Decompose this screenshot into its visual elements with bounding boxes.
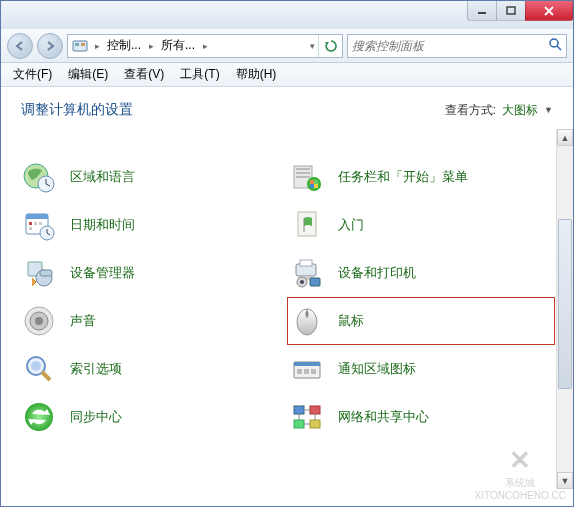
item-notification-area[interactable]: 通知区域图标 <box>287 345 555 393</box>
item-device-manager[interactable]: 设备管理器 <box>19 249 287 297</box>
svg-line-43 <box>42 372 50 380</box>
printer-camera-icon <box>290 256 324 290</box>
item-devices-printers[interactable]: 设备和打印机 <box>287 249 555 297</box>
close-button[interactable] <box>525 1 573 21</box>
svg-point-5 <box>550 39 558 47</box>
view-mode-selector[interactable]: 查看方式: 大图标 ▼ <box>445 102 553 119</box>
item-label: 任务栏和「开始」菜单 <box>338 168 468 186</box>
item-label: 网络和共享中心 <box>338 408 429 426</box>
svg-rect-0 <box>478 12 486 14</box>
svg-rect-20 <box>29 222 32 225</box>
history-dropdown[interactable]: ▾ <box>307 41 318 51</box>
svg-rect-10 <box>296 168 310 170</box>
device-manager-icon <box>22 256 56 290</box>
speaker-icon <box>22 304 56 338</box>
svg-point-34 <box>300 280 304 284</box>
item-label: 索引选项 <box>70 360 122 378</box>
address-bar[interactable]: ▸ 控制... ▸ 所有... ▸ ▾ <box>67 34 343 58</box>
item-label: 鼠标 <box>338 312 364 330</box>
svg-rect-15 <box>314 180 318 184</box>
item-getting-started[interactable]: 入门 <box>287 201 555 249</box>
search-input[interactable] <box>352 39 548 53</box>
taskbar-icon <box>290 160 324 194</box>
scroll-down-button[interactable]: ▼ <box>557 472 573 489</box>
calendar-clock-icon <box>22 208 56 242</box>
svg-point-41 <box>306 311 309 317</box>
svg-rect-3 <box>75 43 79 46</box>
svg-rect-12 <box>296 176 310 178</box>
content-header: 调整计算机的设置 查看方式: 大图标 ▼ <box>1 87 573 129</box>
chevron-down-icon: ▼ <box>544 105 553 115</box>
back-button[interactable] <box>7 33 33 59</box>
svg-point-50 <box>25 403 53 431</box>
magnifier-icon <box>22 352 56 386</box>
control-panel-window: ▸ 控制... ▸ 所有... ▸ ▾ 文件(F) 编辑(E) 查看(V) 工具… <box>0 0 574 507</box>
svg-rect-31 <box>300 260 312 266</box>
menubar: 文件(F) 编辑(E) 查看(V) 工具(T) 帮助(H) <box>1 63 573 87</box>
svg-rect-11 <box>296 172 310 174</box>
item-network-sharing[interactable]: 网络和共享中心 <box>287 393 555 441</box>
titlebar <box>1 1 573 29</box>
scrollbar[interactable]: ▲ ▼ <box>556 129 573 489</box>
svg-rect-51 <box>294 406 304 414</box>
item-mouse[interactable]: 鼠标 <box>287 297 555 345</box>
menu-file[interactable]: 文件(F) <box>5 64 60 85</box>
tray-icon <box>290 352 324 386</box>
page-title: 调整计算机的设置 <box>21 101 133 119</box>
chevron-right-icon: ▸ <box>92 41 103 51</box>
item-sound[interactable]: 声音 <box>19 297 287 345</box>
menu-tools[interactable]: 工具(T) <box>172 64 227 85</box>
viewby-mode: 大图标 <box>502 102 538 119</box>
menu-help[interactable]: 帮助(H) <box>228 64 285 85</box>
svg-rect-52 <box>310 406 320 414</box>
svg-rect-53 <box>294 420 304 428</box>
item-label: 声音 <box>70 312 96 330</box>
svg-rect-47 <box>297 369 302 374</box>
control-panel-icon <box>71 37 89 55</box>
minimize-button[interactable] <box>467 1 497 21</box>
chevron-right-icon: ▸ <box>200 41 211 51</box>
svg-rect-14 <box>310 180 314 184</box>
svg-rect-48 <box>304 369 309 374</box>
menu-edit[interactable]: 编辑(E) <box>60 64 116 85</box>
scroll-thumb[interactable] <box>558 219 572 389</box>
item-sync-center[interactable]: 同步中心 <box>19 393 287 441</box>
items-grid: 区域和语言 任务栏和「开始」菜单 日期和时间 入门 设备管理器 设备和打印机 <box>1 153 573 441</box>
mouse-icon <box>290 304 324 338</box>
partial-row <box>1 129 573 149</box>
forward-button[interactable] <box>37 33 63 59</box>
item-indexing[interactable]: 索引选项 <box>19 345 287 393</box>
sync-icon <box>22 400 56 434</box>
svg-point-38 <box>35 317 43 325</box>
scroll-up-button[interactable]: ▲ <box>557 129 573 146</box>
item-label: 设备和打印机 <box>338 264 416 282</box>
item-label: 日期和时间 <box>70 216 135 234</box>
svg-rect-35 <box>310 278 320 286</box>
item-region-language[interactable]: 区域和语言 <box>19 153 287 201</box>
item-label: 区域和语言 <box>70 168 135 186</box>
search-icon <box>548 37 562 54</box>
item-label: 入门 <box>338 216 364 234</box>
breadcrumb-seg-2[interactable]: 所有... <box>157 35 200 57</box>
item-label: 同步中心 <box>70 408 122 426</box>
search-box[interactable] <box>347 34 567 58</box>
svg-rect-4 <box>81 43 85 46</box>
globe-clock-icon <box>22 160 56 194</box>
item-label: 设备管理器 <box>70 264 135 282</box>
navbar: ▸ 控制... ▸ 所有... ▸ ▾ <box>1 29 573 63</box>
viewby-label: 查看方式: <box>445 102 496 119</box>
maximize-button[interactable] <box>496 1 526 21</box>
svg-rect-21 <box>34 222 37 225</box>
breadcrumb-seg-1[interactable]: 控制... <box>103 35 146 57</box>
svg-rect-19 <box>26 214 48 219</box>
content-area: 区域和语言 任务栏和「开始」菜单 日期和时间 入门 设备管理器 设备和打印机 <box>1 129 573 489</box>
chevron-right-icon: ▸ <box>146 41 157 51</box>
menu-view[interactable]: 查看(V) <box>116 64 172 85</box>
svg-line-6 <box>557 46 561 50</box>
item-date-time[interactable]: 日期和时间 <box>19 201 287 249</box>
refresh-button[interactable] <box>318 35 342 57</box>
svg-rect-17 <box>314 184 318 188</box>
svg-rect-16 <box>310 184 314 188</box>
svg-rect-54 <box>310 420 320 428</box>
item-taskbar-start[interactable]: 任务栏和「开始」菜单 <box>287 153 555 201</box>
